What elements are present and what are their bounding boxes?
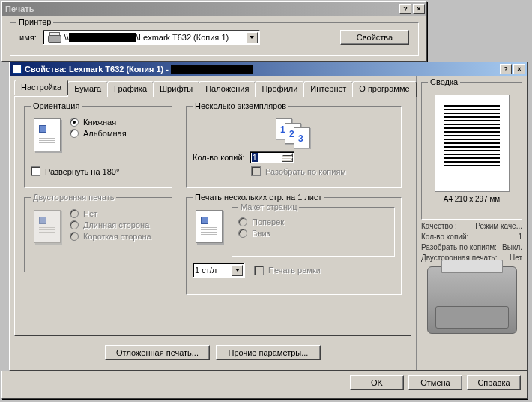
tab-graphics[interactable]: Графика (107, 81, 154, 97)
properties-titlebar: Свойства: Lexmark T632 (Копия 1) - ? × (10, 62, 527, 76)
print-dialog-titlebar: Печать ? × (2, 2, 426, 16)
duplex-short-radio: Короткая сторона (70, 232, 151, 241)
paper-size-label: A4 210 x 297 мм (428, 195, 516, 203)
setup-tab-panel: Ориентация Книжная (14, 96, 411, 336)
summary-copies-val: 1 (518, 232, 522, 241)
spin-down[interactable] (282, 158, 293, 162)
page-preview (435, 94, 510, 192)
help-button[interactable]: Справка (467, 375, 521, 390)
properties-title: Свойства: Lexmark T632 (Копия 1) - (25, 64, 169, 74)
nup-group: Печать нескольких стр. на 1 лист Макет с… (186, 197, 402, 295)
orientation-group: Ориентация Книжная (24, 106, 172, 188)
tab-about[interactable]: О программе (352, 81, 416, 97)
tab-paper[interactable]: Бумага (67, 81, 108, 97)
printer-group-legend: Принтер (16, 17, 53, 26)
duplex-group: Двусторонняя печать Нет Длинная сторон (24, 197, 172, 272)
other-params-button[interactable]: Прочие параметры... (216, 345, 321, 360)
copies-count-label: Кол-во копий: (193, 153, 245, 162)
page-preview-icon (34, 118, 61, 152)
summary-collate-val: Выкл. (502, 243, 522, 251)
printer-illustration (427, 266, 517, 334)
dropdown-arrow-icon[interactable] (247, 32, 258, 44)
nup-layout-legend: Макет страниц (238, 202, 299, 212)
summary-collate-key: Разобрать по копиям: (421, 243, 497, 251)
properties-button[interactable]: Свойства (340, 30, 409, 45)
tab-profiles[interactable]: Профили (255, 81, 304, 97)
tab-internet[interactable]: Интернет (303, 81, 353, 97)
tab-strip: Настройка Бумага Графика Шрифты Наложени… (14, 81, 416, 97)
dropdown-arrow-icon[interactable] (232, 265, 243, 276)
nup-preview-icon (196, 210, 223, 243)
summary-duplex-val: Нет (510, 254, 522, 262)
dialog-button-bar: OK Отмена Справка (1, 370, 528, 399)
nup-border-checkbox: Печать рамки (254, 266, 321, 275)
help-button[interactable]: ? (399, 4, 411, 14)
tab-overlays[interactable]: Наложения (199, 81, 256, 97)
duplex-none-radio: Нет (70, 209, 151, 218)
print-dialog: Печать ? × Принтер имя: \\ \Lexmark T632… (1, 2, 427, 62)
tab-setup[interactable]: Настройка (14, 80, 68, 95)
copies-count-input[interactable]: 1 (250, 152, 294, 164)
summary-info: Качество :Режим каче... Кол-во копий:1 Р… (417, 222, 527, 262)
print-dialog-title: Печать (5, 4, 34, 14)
collate-checkbox: Разобрать по копиям (251, 166, 395, 176)
copies-icon: 123 (271, 118, 316, 148)
printer-name-text: \Lexmark T632 (Копия 1) (136, 33, 229, 42)
ok-button[interactable]: OK (350, 375, 404, 390)
copies-legend: Несколько экземпляров (193, 101, 288, 110)
summary-group: Сводка A4 210 x 297 мм (421, 82, 522, 220)
nup-per-sheet-dropdown[interactable]: 1 ст/л (193, 262, 245, 278)
nup-legend: Печать нескольких стр. на 1 лист (193, 193, 324, 202)
close-button[interactable]: × (513, 64, 525, 74)
delayed-print-button[interactable]: Отложенная печать... (105, 345, 210, 360)
orientation-portrait-radio[interactable]: Книжная (70, 118, 127, 127)
duplex-legend: Двусторонняя печать (31, 193, 116, 202)
window-icon (13, 64, 22, 74)
nup-across-radio: Поперек (238, 218, 388, 226)
printer-name-label: имя: (19, 33, 37, 42)
printer-icon (48, 32, 61, 43)
summary-quality-key: Качество : (421, 222, 457, 230)
orientation-legend: Ориентация (31, 101, 82, 110)
summary-copies-key: Кол-во копий: (421, 232, 468, 241)
nup-layout-group: Макет страниц Поперек Вниз (232, 207, 395, 256)
rotate-180-checkbox[interactable]: Развернуть на 180° (31, 166, 166, 176)
properties-dialog: Свойства: Lexmark T632 (Копия 1) - ? × Н… (9, 62, 528, 370)
orientation-landscape-radio[interactable]: Альбомная (70, 129, 127, 138)
cancel-button[interactable]: Отмена (408, 375, 462, 390)
close-button[interactable]: × (413, 4, 425, 14)
printer-group: Принтер имя: \\ \Lexmark T632 (Копия 1) … (10, 22, 419, 56)
tab-fonts[interactable]: Шрифты (153, 81, 199, 97)
duplex-long-radio: Длинная сторона (70, 220, 151, 230)
summary-legend: Сводка (428, 77, 460, 86)
help-button[interactable]: ? (500, 64, 512, 74)
nup-down-radio: Вниз (238, 229, 388, 238)
summary-quality-val: Режим каче... (475, 222, 522, 230)
duplex-preview-icon (34, 210, 61, 243)
copies-group: Несколько экземпляров 123 Кол-во копий: … (186, 106, 402, 188)
printer-name-dropdown[interactable]: \\ \Lexmark T632 (Копия 1) (43, 30, 260, 45)
